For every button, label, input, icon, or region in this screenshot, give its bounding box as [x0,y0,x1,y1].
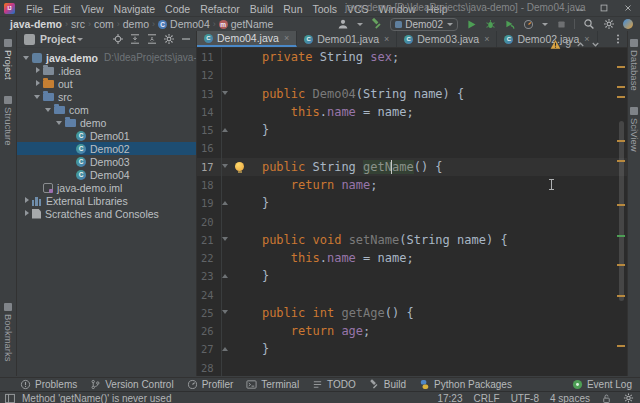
project-panel-title[interactable]: Project [40,33,76,45]
caret-position[interactable]: 17:23 [437,393,462,403]
line-number[interactable]: 12 [197,69,218,81]
locate-file-icon[interactable] [112,33,124,45]
breadcrumb-item-getname[interactable]: mgetName [219,18,274,30]
line-number[interactable]: 17 [197,161,218,173]
tree-arrow-down-icon[interactable] [33,92,42,101]
fold-marker[interactable] [218,346,233,353]
error-stripe[interactable] [615,48,627,376]
next-warning-chevron-down-icon[interactable] [590,39,601,50]
line-number[interactable]: 28 [197,362,218,374]
fold-up-icon[interactable] [222,127,229,134]
tool-button-profiler[interactable]: Profiler [187,379,234,390]
line-number[interactable]: 27 [197,343,218,355]
tool-button-terminal[interactable]: Terminal [246,379,299,390]
settings-gear-icon[interactable] [623,393,634,403]
menu-view[interactable]: View [76,3,109,15]
code-line-text[interactable]: } [233,196,627,210]
toolbar-plugin-icon[interactable] [622,18,634,30]
window-maximize-button[interactable] [592,0,616,16]
line-number[interactable]: 11 [197,51,218,63]
indent-setting[interactable]: 4 spaces [550,393,590,403]
tree-item-demo04[interactable]: CDemo04 [17,168,196,181]
tree-item-scratches-and-consoles[interactable]: Scratches and Consoles [17,207,196,220]
tree-arrow-right-icon[interactable] [33,79,42,88]
menu-file[interactable]: File [21,3,48,15]
breadcrumb-item-demo[interactable]: demo [123,18,149,30]
menu-refactor[interactable]: Refactor [195,3,245,15]
fold-marker[interactable] [218,236,233,243]
line-number[interactable]: 24 [197,289,218,301]
menu-code[interactable]: Code [160,3,195,15]
code-line-text[interactable]: } [233,269,627,283]
code-line-text[interactable]: this.name = name; [233,251,627,265]
tab-demo04-java[interactable]: CDemo04.java× [197,31,297,47]
code-line-text[interactable]: } [233,123,627,137]
tree-arrow-down-icon[interactable] [22,53,31,62]
stripe-button-project[interactable]: Project [3,39,14,80]
menu-navigate[interactable]: Navigate [109,3,160,15]
intention-bulb-icon[interactable] [235,162,244,171]
stripe-button-sciview[interactable]: SciView [629,107,640,152]
build-hammer-icon[interactable] [370,18,383,31]
fold-up-icon[interactable] [222,273,229,280]
line-number[interactable]: 14 [197,106,218,118]
line-number[interactable]: 25 [197,307,218,319]
fold-down-icon[interactable] [222,236,229,243]
code-line-text[interactable]: return age; [233,324,627,338]
user-avatar-icon[interactable] [336,18,349,31]
line-number[interactable]: 15 [197,124,218,136]
line-separator[interactable]: CRLF [474,393,500,403]
line-number[interactable]: 19 [197,197,218,209]
run-with-coverage-icon[interactable] [503,18,515,30]
collapse-all-icon[interactable] [146,33,158,45]
fold-up-icon[interactable] [222,200,229,207]
fold-marker[interactable] [218,200,233,207]
code-line-text[interactable]: public Demo04(String name) { [233,87,627,101]
tree-item-demo03[interactable]: CDemo03 [17,155,196,168]
expand-all-icon[interactable] [129,33,141,45]
tab-close-icon[interactable]: × [484,34,489,44]
code-line-text[interactable]: this.name = name; [233,105,627,119]
tool-window-switcher-icon[interactable] [4,393,16,403]
code-line-text[interactable]: public int getAge() { [233,306,627,320]
prev-warning-chevron-up-icon[interactable] [575,39,586,50]
menu-edit[interactable]: Edit [48,3,76,15]
tree-item-java-demo[interactable]: java-demoD:\IdeaProjects\java-demo [17,51,196,64]
breadcrumb-item-demo04[interactable]: CDemo04 [158,18,210,30]
menu-run[interactable]: Run [278,3,307,15]
line-number[interactable]: 22 [197,252,218,264]
tool-button-event-log[interactable]: Event Log [572,379,632,390]
settings-gear-icon[interactable] [602,18,615,31]
fold-down-icon[interactable] [222,90,229,97]
line-number[interactable]: 21 [197,234,218,246]
warning-count[interactable]: 9 [565,38,571,50]
tree-item-external-libraries[interactable]: External Libraries [17,194,196,207]
tab-options-kebab-icon[interactable] [612,33,624,45]
menu-build[interactable]: Build [245,3,278,15]
tree-arrow-right-icon[interactable] [33,66,42,75]
lock-icon[interactable] [601,393,612,403]
tree-arrow-right-icon[interactable] [22,196,31,205]
stripe-button-structure[interactable]: Structure [3,96,14,146]
fold-marker[interactable] [218,273,233,280]
fold-up-icon[interactable] [222,346,229,353]
fold-down-icon[interactable] [222,309,229,316]
line-number[interactable]: 23 [197,270,218,282]
tree-item--idea[interactable]: .idea [17,64,196,77]
code-line-text[interactable]: } [233,342,627,356]
fold-marker[interactable] [218,163,233,170]
menu-tools[interactable]: Tools [307,3,342,15]
code-line-text[interactable]: return name; [233,178,627,192]
hide-panel-icon[interactable] [180,33,192,45]
window-minimize-button[interactable] [568,0,592,16]
run-configuration-select[interactable]: Demo02 [390,18,458,31]
debug-button-icon[interactable] [484,18,496,30]
chevron-down-icon[interactable] [357,23,363,26]
stripe-button-database[interactable]: Database [629,39,640,91]
line-number[interactable]: 26 [197,325,218,337]
fold-down-icon[interactable] [222,163,229,170]
tree-item-out[interactable]: out [17,77,196,90]
fold-marker[interactable] [218,309,233,316]
tool-button-python-packages[interactable]: Python Packages [419,379,512,390]
code-line-text[interactable]: public void setName(String name) { [233,233,627,247]
